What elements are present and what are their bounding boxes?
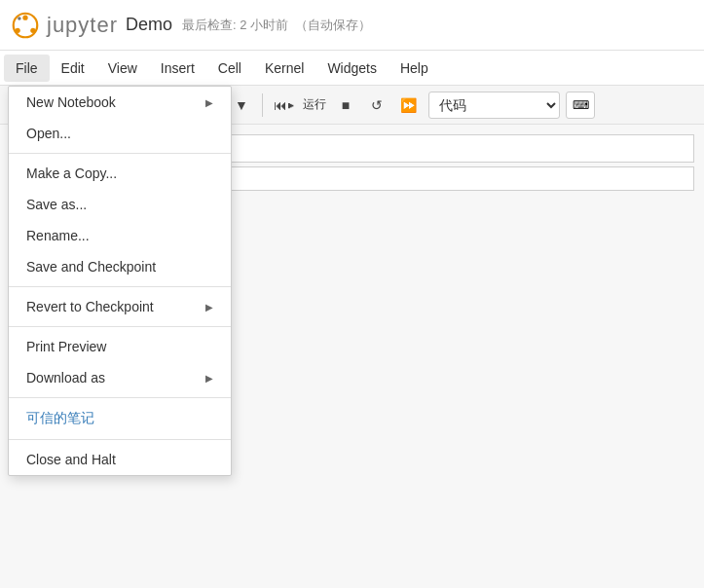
revert-checkpoint-item[interactable]: Revert to Checkpoint ▶ [9,291,231,322]
menu-help[interactable]: Help [389,55,440,82]
menu-widgets[interactable]: Widgets [315,55,389,82]
save-as-item[interactable]: Save as... [9,189,231,220]
checkpoint-info: 最后检查: 2 小时前 （自动保存） [182,17,371,34]
restart-run-button[interactable]: ⏩ [393,92,423,119]
divider-3 [9,326,231,327]
logo-area: jupyter [12,12,118,39]
close-halt-item[interactable]: Close and Halt [9,444,231,475]
jupyter-logo-icon [12,12,39,39]
divider-4 [9,397,231,398]
download-as-item[interactable]: Download as ▶ [9,362,231,393]
menu-kernel[interactable]: Kernel [253,55,315,82]
keyboard-shortcut-button[interactable]: ⌨ [566,92,595,119]
rename-item[interactable]: Rename... [9,220,231,251]
restart-button[interactable]: ↺ [362,92,391,119]
save-checkpoint-item[interactable]: Save and Checkpoint [9,251,231,282]
download-arrow-icon: ▶ [205,373,213,384]
run-button[interactable]: 运行 [300,92,329,119]
menu-cell[interactable]: Cell [206,55,253,82]
svg-point-3 [30,27,35,32]
svg-point-1 [22,15,27,19]
cell-type-select[interactable]: 代码 Markdown Raw NBConvert Heading [428,92,560,119]
menu-file[interactable]: File [4,55,50,82]
stop-button[interactable]: ■ [331,92,360,119]
svg-point-2 [16,27,20,32]
new-notebook-arrow-icon: ▶ [205,97,213,108]
revert-arrow-icon: ▶ [205,302,213,312]
make-copy-item[interactable]: Make a Copy... [9,158,231,189]
run-to-top-button[interactable]: ⏮▶ [269,92,298,119]
svg-point-4 [18,17,21,20]
open-item[interactable]: Open... [9,118,231,149]
menubar: File Edit View Insert Cell Kernel Widget… [0,51,704,86]
toolbar-separator-4 [262,93,263,117]
notebook-title[interactable]: Demo [126,15,172,35]
header: jupyter Demo 最后检查: 2 小时前 （自动保存） [0,0,704,51]
menu-edit[interactable]: Edit [50,55,96,82]
print-preview-item[interactable]: Print Preview [9,331,231,362]
app-name: jupyter [47,13,118,38]
menu-insert[interactable]: Insert [149,55,206,82]
file-dropdown-menu: New Notebook ▶ Open... Make a Copy... Sa… [8,86,232,476]
menu-view[interactable]: View [96,55,149,82]
trusted-notebook-item[interactable]: 可信的笔记 [9,402,231,435]
divider-1 [9,153,231,154]
divider-2 [9,286,231,287]
new-notebook-item[interactable]: New Notebook ▶ [9,87,231,118]
divider-5 [9,439,231,440]
